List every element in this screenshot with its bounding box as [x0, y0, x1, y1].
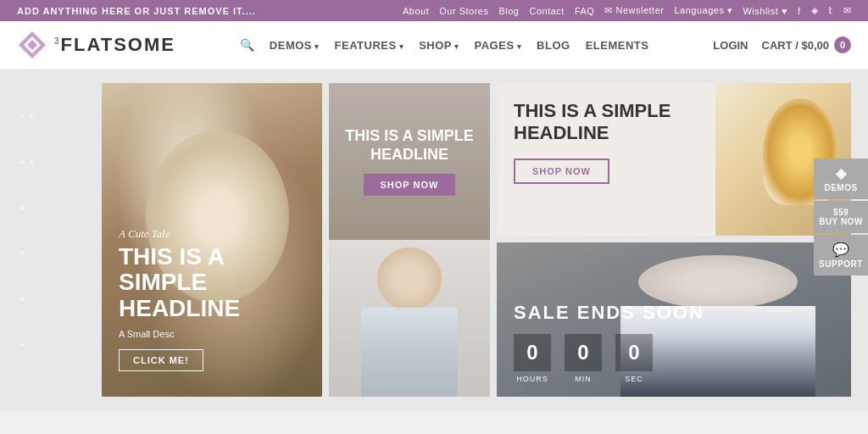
right-column: THIS IS A SIMPLE HEADLINE SHOP NOW SALE … — [497, 83, 851, 397]
side-buy-button[interactable]: $59 BUY NOW — [814, 201, 868, 233]
facebook-link[interactable]: f — [798, 6, 801, 16]
hero-section: A Cute Tale THIS IS A SIMPLE HEADLINE A … — [0, 70, 868, 410]
side-panel: ◈ DEMOS $59 BUY NOW 💬 SUPPORT — [814, 159, 868, 275]
side-support-label: SUPPORT — [819, 259, 863, 269]
cart-count-badge: 0 — [834, 36, 851, 53]
languages-link[interactable]: Languages ▾ — [674, 5, 732, 16]
countdown-seconds: 0 SEC — [615, 334, 653, 383]
nav-features[interactable]: FEATURES — [335, 39, 404, 52]
logo-text: 3FLATSOME — [54, 34, 175, 56]
panel1-desc: A Small Desc — [119, 329, 305, 339]
side-buy-label: BUY NOW — [817, 217, 865, 226]
sale-content: SALE ENDS SOON 0 HOURS 0 MIN 0 SEC — [514, 302, 834, 383]
sale-title: SALE ENDS SOON — [514, 302, 834, 324]
login-button[interactable]: LOGIN — [713, 39, 748, 52]
newsletter-link[interactable]: ✉ Newsletter — [604, 5, 664, 16]
search-icon[interactable]: 🔍 — [240, 38, 254, 52]
faq-link[interactable]: FAQ — [575, 6, 595, 16]
seconds-number: 0 — [615, 334, 653, 371]
countdown-timer: 0 HOURS 0 MIN 0 SEC — [514, 334, 834, 383]
nav-elements[interactable]: ELEMENTS — [586, 39, 649, 52]
panel2-bottom — [329, 240, 490, 397]
nav-blog[interactable]: BLOG — [537, 39, 570, 52]
panel1-subtitle: A Cute Tale — [119, 227, 305, 241]
panel1-cta-button[interactable]: CLICK ME! — [119, 349, 203, 371]
hours-label: HOURS — [514, 375, 551, 383]
panel1-title: THIS IS A SIMPLE HEADLINE — [119, 244, 305, 322]
cart-label: CART / $0,00 — [762, 39, 829, 52]
panel-middle-child: THIS IS A SIMPLE HEADLINE SHOP NOW — [329, 83, 490, 397]
email-link[interactable]: ✉ — [843, 5, 852, 16]
side-price-label: $59 — [817, 208, 865, 217]
panel2-top: THIS IS A SIMPLE HEADLINE SHOP NOW — [329, 83, 490, 240]
panel3-cta-button[interactable]: SHOP NOW — [514, 159, 609, 184]
stores-link[interactable]: Our Stores — [439, 6, 488, 16]
panel1-content: A Cute Tale THIS IS A SIMPLE HEADLINE A … — [119, 227, 305, 371]
seconds-label: SEC — [615, 375, 653, 383]
nav-pages[interactable]: PAGES — [475, 39, 522, 52]
contact-link[interactable]: Contact — [529, 6, 564, 16]
main-navigation: 3FLATSOME 🔍 DEMOS FEATURES SHOP PAGES BL… — [0, 21, 868, 70]
support-icon: 💬 — [817, 242, 865, 258]
blog-link-top[interactable]: Blog — [498, 6, 519, 16]
announcement-text: ADD ANYTHING HERE OR JUST REMOVE IT.... — [17, 6, 256, 16]
panel3-text: THIS IS A SIMPLE HEADLINE SHOP NOW — [497, 83, 715, 236]
side-support-button[interactable]: 💬 SUPPORT — [814, 235, 868, 275]
panel-sale-countdown: SALE ENDS SOON 0 HOURS 0 MIN 0 SEC — [497, 242, 851, 397]
minutes-label: MIN — [565, 375, 602, 383]
side-demos-label: DEMOS — [824, 183, 857, 192]
panel-baby-sleeping: A Cute Tale THIS IS A SIMPLE HEADLINE A … — [102, 83, 322, 397]
panel2-cta-button[interactable]: SHOP NOW — [364, 174, 456, 196]
instagram-link[interactable]: ◈ — [811, 5, 819, 16]
panel2-text: THIS IS A SIMPLE HEADLINE SHOP NOW — [329, 110, 490, 213]
panel2-headline: THIS IS A SIMPLE HEADLINE — [342, 127, 477, 164]
nav-links: 🔍 DEMOS FEATURES SHOP PAGES BLOG ELEMENT… — [240, 38, 649, 52]
cart-button[interactable]: CART / $0,00 0 — [762, 36, 851, 53]
about-link[interactable]: About — [403, 6, 429, 16]
top-bar: ADD ANYTHING HERE OR JUST REMOVE IT.... … — [0, 0, 868, 21]
nav-shop[interactable]: SHOP — [419, 39, 459, 52]
panel-baby-hat: THIS IS A SIMPLE HEADLINE SHOP NOW — [497, 83, 851, 236]
child-standing-image — [329, 240, 490, 397]
panel3-headline: THIS IS A SIMPLE HEADLINE — [514, 100, 698, 145]
twitter-link[interactable]: 𝕥 — [828, 5, 833, 16]
nav-right: LOGIN CART / $0,00 0 — [713, 36, 851, 53]
side-demos-button[interactable]: ◈ DEMOS — [814, 159, 868, 199]
logo-version: 3 — [54, 36, 61, 46]
logo-area[interactable]: 3FLATSOME — [17, 30, 175, 60]
countdown-hours: 0 HOURS — [514, 334, 551, 383]
countdown-minutes: 0 MIN — [565, 334, 602, 383]
hours-number: 0 — [514, 334, 551, 371]
minutes-number: 0 — [565, 334, 602, 371]
nav-demos[interactable]: DEMOS — [270, 39, 320, 52]
wishlist-link[interactable]: Wishlist ♥ — [743, 6, 787, 16]
top-bar-links: About Our Stores Blog Contact FAQ ✉ News… — [403, 5, 851, 16]
demos-icon: ◈ — [817, 165, 865, 181]
logo-diamond-icon — [17, 30, 47, 60]
